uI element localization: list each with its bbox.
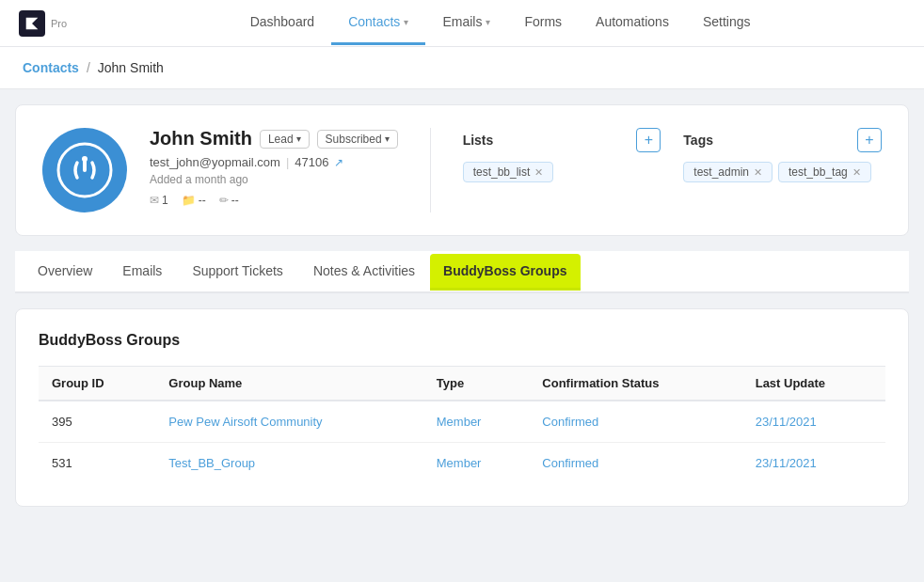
contact-email-row: test_john@yopmail.com | 47106 ↗ [150,155,398,169]
lists-title: Lists [463,133,494,148]
subscribed-badge[interactable]: Subscribed ▾ [317,130,398,149]
cell-group-name[interactable]: Pew Pew Airsoft Community [155,401,422,443]
nav-item-dashboard[interactable]: Dashboard [233,1,332,45]
svg-point-1 [82,156,88,162]
tags-chips: test_admin ✕ test_bb_tag ✕ [683,162,882,182]
contact-email: test_john@yopmail.com [150,155,280,169]
chevron-down-icon: ▾ [486,17,490,27]
nav-item-automations[interactable]: Automations [579,1,686,45]
breadcrumb-current: John Smith [98,60,164,75]
cell-group-id: 531 [39,443,155,484]
lead-badge[interactable]: Lead ▾ [260,130,310,149]
logo-box [19,10,45,37]
nav-item-forms[interactable]: Forms [507,1,579,45]
col-type: Type [423,367,530,401]
add-list-button[interactable]: + [636,128,661,152]
col-last-update: Last Update [742,367,885,401]
nav-item-contacts[interactable]: Contacts ▾ [331,1,425,45]
tags-title: Tags [683,133,713,148]
email-icon: ✉ [150,194,159,207]
remove-icon[interactable]: ✕ [754,166,762,179]
nav-bar: Dashboard Contacts ▾ Emails ▾ Forms Auto… [95,1,905,45]
add-tag-button[interactable]: + [857,128,882,152]
files-stat[interactable]: 📁 -- [182,194,206,207]
table-row: 395 Pew Pew Airsoft Community Member Con… [39,401,885,443]
tab-emails[interactable]: Emails [107,251,177,293]
nav-item-settings[interactable]: Settings [686,1,768,45]
chevron-down-icon: ▾ [296,134,301,144]
breadcrumb: Contacts / John Smith [0,47,924,89]
top-nav: Pro Dashboard Contacts ▾ Emails ▾ Forms … [0,0,924,47]
cell-group-name[interactable]: Test_BB_Group [155,443,422,484]
remove-icon[interactable]: ✕ [534,166,543,179]
pro-label: Pro [51,18,67,29]
col-group-id: Group ID [39,367,155,401]
contact-name: John Smith [150,128,252,149]
lists-chips: test_bb_list ✕ [463,162,661,182]
tag-chip-admin: test_admin ✕ [683,162,773,182]
tab-notes-activities[interactable]: Notes & Activities [298,251,430,293]
col-confirmation-status: Confirmation Status [529,367,741,401]
cell-status: Confirmed [529,443,741,484]
contact-stats: ✉ 1 📁 -- ✏ -- [150,194,398,207]
tag-chip-bb: test_bb_tag ✕ [778,162,871,182]
nav-item-emails[interactable]: Emails ▾ [425,1,507,45]
folder-icon: 📁 [182,194,196,207]
table-row: 531 Test_BB_Group Member Confirmed 23/11… [39,443,885,484]
cell-type: Member [423,401,530,443]
chevron-down-icon: ▾ [404,17,408,27]
tab-support-tickets[interactable]: Support Tickets [177,251,298,293]
pipe-sep: | [286,155,289,169]
section-heading: BuddyBoss Groups [39,332,885,349]
tags-section: Tags + test_admin ✕ test_bb_tag ✕ [683,128,882,182]
external-link-icon[interactable]: ↗ [334,156,343,169]
tab-buddyboss-groups[interactable]: BuddyBoss Groups [430,254,580,291]
cell-last-update: 23/11/2021 [742,443,885,484]
contact-id: 47106 [295,155,328,169]
tab-overview[interactable]: Overview [23,251,107,293]
lists-section: Lists + test_bb_list ✕ [463,128,661,182]
breadcrumb-separator: / [87,60,90,75]
groups-table: Group ID Group Name Type Confirmation St… [39,366,885,483]
cell-type: Member [423,443,530,484]
tabs-bar: Overview Emails Support Tickets Notes & … [15,251,909,293]
email-stat[interactable]: ✉ 1 [150,194,168,207]
list-chip: test_bb_list ✕ [463,162,554,182]
cell-last-update: 23/11/2021 [742,401,885,443]
contact-card: John Smith Lead ▾ Subscribed ▾ test_john… [15,104,909,236]
breadcrumb-parent[interactable]: Contacts [23,60,79,75]
notes-stat[interactable]: ✏ -- [219,194,239,207]
col-group-name: Group Name [155,367,422,401]
contact-info: John Smith Lead ▾ Subscribed ▾ test_john… [150,128,398,207]
added-time: Added a month ago [150,173,398,186]
avatar [42,128,127,212]
notes-icon: ✏ [219,194,229,207]
logo-area: Pro [19,10,67,37]
buddyboss-content: BuddyBoss Groups Group ID Group Name Typ… [15,308,909,507]
cell-group-id: 395 [39,401,155,443]
remove-icon[interactable]: ✕ [852,166,861,179]
chevron-down-icon: ▾ [385,134,390,144]
cell-status: Confirmed [529,401,741,443]
